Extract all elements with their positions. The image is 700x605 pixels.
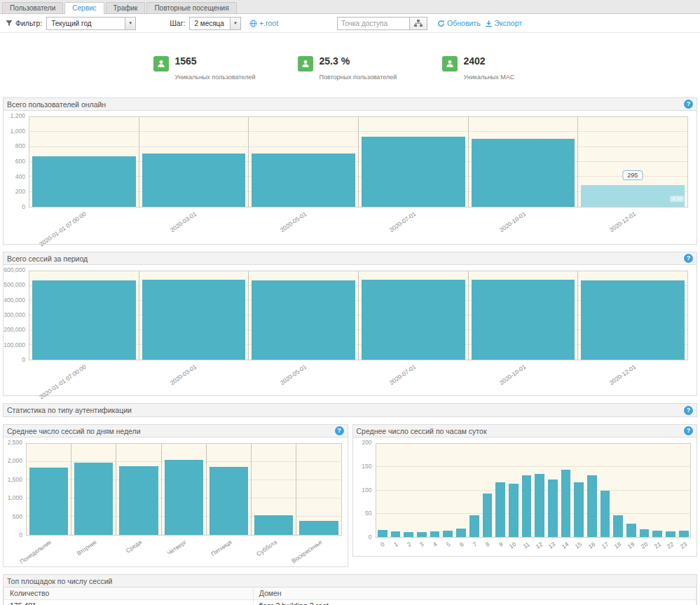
- bar[interactable]: [456, 529, 466, 537]
- table-header-row: Количество Домен: [4, 587, 696, 599]
- help-icon[interactable]: ?: [335, 426, 344, 435]
- x-tick-label: Воскресенье: [290, 538, 323, 564]
- bar[interactable]: [483, 494, 493, 537]
- bar-slot: [612, 444, 625, 537]
- filter-select[interactable]: Текущий год ▼: [46, 17, 136, 30]
- x-tick-label: 18: [613, 541, 622, 550]
- bar[interactable]: [29, 468, 68, 535]
- tab-users[interactable]: Пользователи: [2, 2, 63, 13]
- x-tick-label: 7: [471, 541, 478, 548]
- tab-traffic[interactable]: Трафик: [106, 2, 146, 13]
- refresh-link[interactable]: Обновить: [437, 19, 481, 27]
- tab-repeat-visits[interactable]: Повторные посещения: [146, 2, 236, 13]
- stat-label: Уникальных пользователей: [175, 74, 256, 81]
- root-domain-link[interactable]: +.root: [249, 19, 278, 27]
- bar[interactable]: [362, 137, 465, 207]
- bar[interactable]: [378, 530, 387, 537]
- bar[interactable]: [666, 531, 675, 537]
- plot-area: [26, 443, 342, 536]
- chart-users-online: 02004006008001,0001,200 2956 % 2020-01-0…: [4, 111, 696, 244]
- bar-slot: [139, 117, 249, 207]
- bar[interactable]: [574, 482, 584, 537]
- panel-sessions-by-hour: Среднее число сессий по часам суток ? 05…: [352, 424, 698, 557]
- bar[interactable]: [469, 515, 479, 537]
- access-point-input[interactable]: [337, 17, 410, 30]
- panel-header: Всего сессий за период ?: [4, 252, 696, 265]
- bar[interactable]: [391, 531, 401, 537]
- bar[interactable]: [430, 531, 440, 537]
- bar[interactable]: [640, 529, 650, 537]
- bar[interactable]: [417, 532, 427, 537]
- bar[interactable]: [652, 531, 662, 537]
- help-icon[interactable]: ?: [684, 426, 693, 435]
- help-icon[interactable]: ?: [684, 254, 693, 263]
- bar-slot: [416, 444, 429, 537]
- bar[interactable]: [581, 280, 685, 360]
- bar[interactable]: [561, 470, 571, 537]
- root-domain-label: +.root: [259, 19, 278, 27]
- bar[interactable]: [32, 280, 136, 360]
- bar[interactable]: [32, 156, 136, 207]
- x-tick-label: Вторник: [75, 538, 97, 557]
- bar[interactable]: [210, 467, 248, 535]
- bar[interactable]: [548, 480, 558, 537]
- column-header-domain: Домен: [253, 587, 696, 599]
- x-tick-label: 2020-01-01 07:00:00: [39, 363, 88, 400]
- panel-title: Статистика по типу аутентификации: [7, 406, 132, 414]
- bar[interactable]: [581, 185, 685, 207]
- bar[interactable]: [679, 531, 689, 537]
- panel-sessions-by-weekday: Среднее число сессий по дням недели ? 05…: [3, 424, 348, 567]
- bar-slot: [559, 444, 572, 537]
- top-sites-table: Количество Домен 175 481floor-2.building…: [4, 587, 696, 605]
- bar[interactable]: [443, 531, 453, 537]
- y-tick-label: 1,200: [11, 112, 25, 119]
- bar[interactable]: [142, 280, 246, 360]
- panel-title: Всего сессий за период: [7, 254, 88, 263]
- count-cell: 175 481: [4, 599, 254, 605]
- bar[interactable]: [165, 460, 203, 535]
- bar[interactable]: [299, 521, 338, 535]
- help-icon[interactable]: ?: [684, 406, 693, 415]
- bar[interactable]: [119, 466, 158, 535]
- bar[interactable]: [535, 474, 544, 537]
- bar[interactable]: [362, 280, 465, 360]
- stat-repeat-users: 25.3 % Повторных пользователей: [298, 55, 403, 81]
- bar-slot: [494, 444, 507, 537]
- x-tick-label: 8: [484, 541, 491, 548]
- bar[interactable]: [509, 484, 519, 537]
- bar[interactable]: [254, 515, 293, 535]
- bar[interactable]: [601, 491, 610, 537]
- bar[interactable]: [626, 524, 636, 537]
- access-point-tree-button[interactable]: [410, 17, 427, 30]
- x-tick-label: 6: [458, 541, 465, 548]
- x-tick-label: Среда: [124, 538, 142, 555]
- bar-slot: [507, 444, 520, 537]
- bar-slot: [29, 271, 139, 360]
- y-tick-label: 1,500: [8, 476, 22, 483]
- bar[interactable]: [404, 532, 413, 537]
- bar[interactable]: [252, 280, 355, 360]
- bar-slot: [358, 271, 468, 360]
- panel-top-sites: Топ площадок по числу сессий Количество …: [3, 574, 697, 605]
- x-tick-label: 21: [652, 541, 661, 550]
- panel-title: Среднее число сессий по дням недели: [7, 427, 141, 435]
- y-tick-label: 100,000: [4, 341, 25, 348]
- bar-slot: [161, 444, 206, 535]
- bar[interactable]: [472, 139, 575, 207]
- bar[interactable]: [495, 482, 505, 537]
- y-tick-label: 600,000: [4, 266, 25, 273]
- export-link[interactable]: Экспорт: [485, 19, 522, 27]
- bar[interactable]: [472, 280, 575, 360]
- help-icon[interactable]: ?: [684, 100, 693, 109]
- bar[interactable]: [587, 475, 597, 537]
- x-tick-label: 16: [586, 541, 596, 550]
- bar[interactable]: [522, 475, 532, 537]
- y-tick-label: 2,000: [8, 457, 22, 464]
- bar[interactable]: [252, 154, 355, 207]
- tab-service[interactable]: Сервис: [64, 2, 104, 14]
- step-select[interactable]: 2 месяца ▼: [189, 17, 240, 30]
- bar[interactable]: [74, 463, 113, 535]
- bar[interactable]: [613, 515, 623, 537]
- bar-slot: [296, 444, 341, 535]
- bar[interactable]: [142, 154, 246, 207]
